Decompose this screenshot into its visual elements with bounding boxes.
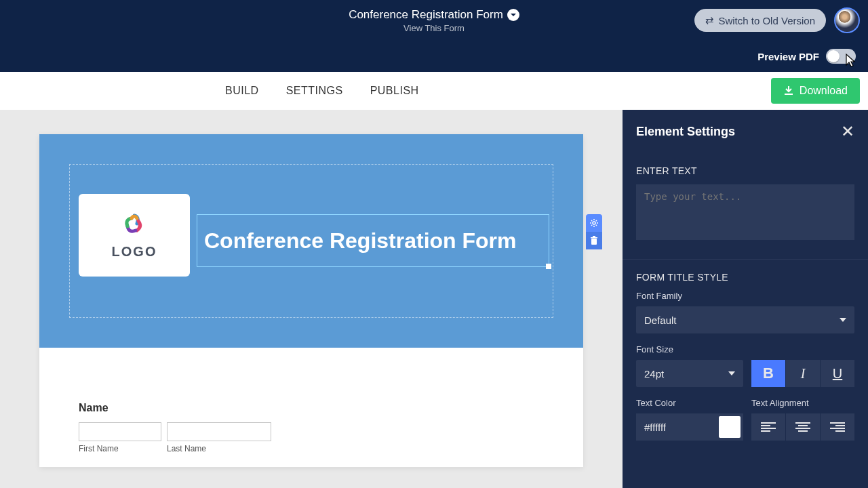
align-left-button[interactable] [751,413,785,441]
preview-bar: Preview PDF [0,41,868,72]
chevron-down-icon [840,318,846,322]
font-size-select[interactable]: 24pt [636,360,743,387]
gear-icon[interactable] [586,214,602,232]
bold-button[interactable]: B [751,360,785,387]
logo-placeholder[interactable]: LOGO [79,194,190,277]
first-name-input[interactable] [79,422,161,441]
font-family-select[interactable]: Default [636,306,854,333]
font-size-label: Font Size [636,344,854,354]
logo-text: LOGO [112,244,157,260]
form-title-style-label: FORM TITLE STYLE [636,272,854,283]
svg-point-1 [593,222,595,224]
top-header: Conference Registration Form View This F… [0,0,868,41]
name-field-label: Name [79,402,544,414]
download-button[interactable]: Download [771,78,860,104]
font-family-value: Default [644,314,677,326]
form-header[interactable]: LOGO Conference Registration Form [39,134,583,348]
last-name-input[interactable] [167,422,271,441]
canvas-area[interactable]: LOGO Conference Registration Form Name [0,110,623,488]
tab-publish[interactable]: PUBLISH [370,85,419,97]
svg-rect-4 [593,236,595,237]
enter-text-textarea[interactable] [636,184,854,240]
svg-rect-2 [591,239,597,245]
last-name-sublabel: Last Name [167,444,271,453]
svg-rect-0 [785,94,793,95]
cursor-icon [844,53,857,69]
font-family-label: Font Family [636,291,854,301]
element-controls [586,214,602,249]
tab-settings[interactable]: SETTINGS [286,85,343,97]
chevron-down-icon[interactable] [507,9,519,21]
avatar[interactable] [834,7,860,33]
view-form-link[interactable]: View This Form [349,23,519,33]
text-alignment-label: Text Alignment [751,398,854,408]
form-title-element[interactable]: Conference Registration Form [197,214,549,267]
tab-build[interactable]: BUILD [225,85,259,97]
nav-bar: BUILD SETTINGS PUBLISH Download [0,72,868,110]
underline-button[interactable]: U [821,360,854,387]
download-label: Download [800,85,848,97]
align-center-button[interactable] [786,413,820,441]
close-icon[interactable]: ✕ [841,122,854,141]
chevron-down-icon [728,371,735,375]
toggle-knob [827,50,840,62]
download-icon [783,86,794,96]
form-canvas: LOGO Conference Registration Form Name [39,134,583,467]
trash-icon[interactable] [586,232,602,249]
preview-pdf-toggle[interactable] [826,49,856,64]
italic-button[interactable]: I [786,360,820,387]
sidebar-title: Element Settings [636,125,735,139]
text-color-value: #ffffff [636,422,719,433]
preview-pdf-label: Preview PDF [757,51,819,62]
svg-rect-3 [591,237,597,239]
swap-icon: ⇄ [705,14,714,26]
font-size-value: 24pt [644,368,664,380]
element-settings-sidebar: Element Settings ✕ ENTER TEXT FORM TITLE… [623,110,868,488]
form-title-text: Conference Registration Form [204,228,517,253]
text-color-label: Text Color [636,398,743,408]
switch-label: Switch to Old Version [718,15,815,26]
switch-old-version-button[interactable]: ⇄ Switch to Old Version [694,9,826,32]
enter-text-label: ENTER TEXT [636,165,854,176]
first-name-sublabel: First Name [79,444,161,453]
color-swatch[interactable] [719,416,741,438]
text-color-input[interactable]: #ffffff [636,413,743,441]
page-title: Conference Registration Form [349,8,503,22]
form-body: Name First Name Last Name [39,348,583,467]
logo-icon [119,211,149,239]
align-right-button[interactable] [821,413,854,441]
page-title-container[interactable]: Conference Registration Form [349,8,519,22]
resize-handle[interactable] [546,264,551,269]
